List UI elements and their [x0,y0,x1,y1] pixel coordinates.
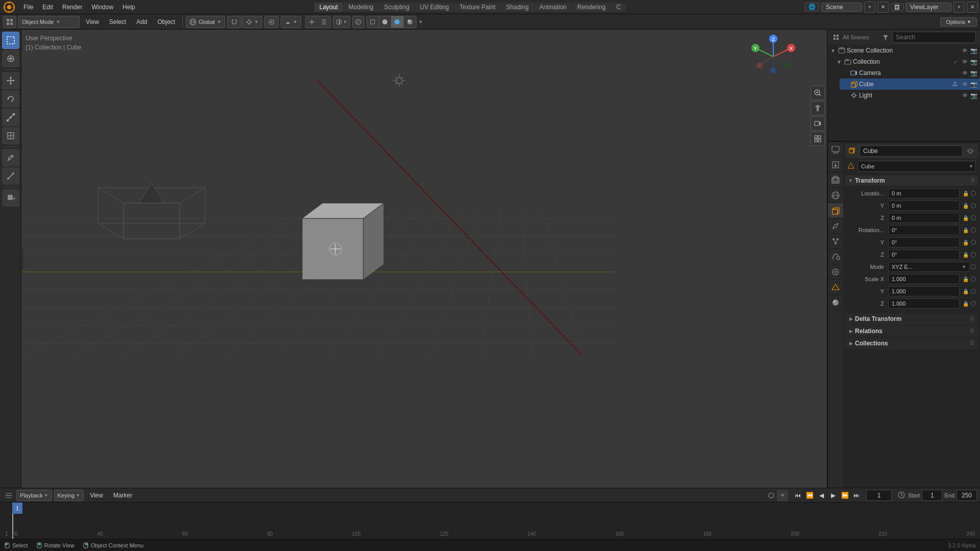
outliner-filter-btn[interactable] [881,33,890,42]
collection-eye[interactable]: 👁 [961,58,969,66]
xray-btn[interactable] [352,16,364,28]
rotation-y-value[interactable]: 0° [888,237,960,247]
menu-window[interactable]: Window [87,3,117,12]
prop-scene-btn[interactable] [828,188,843,203]
nav-gizmo[interactable]: Z X Y [750,34,796,80]
location-z-value[interactable]: 0 m [888,213,960,223]
mode-icon[interactable] [3,16,16,28]
scale-z-lock[interactable]: 🔒 [962,299,970,308]
tool-transform[interactable] [2,127,19,144]
shading-solid[interactable] [379,16,391,28]
zoom-in-btn[interactable] [811,86,825,100]
prop-constraints-btn[interactable] [828,264,843,280]
tab-uv-editing[interactable]: UV Editing [415,3,454,12]
toolbar-object[interactable]: Object [154,17,180,27]
timeline-playback-btn[interactable]: Playback ▼ [16,490,52,501]
proportional-type-btn[interactable]: ▼ [281,16,301,28]
rotation-x-value[interactable]: 0° [888,225,960,235]
prop-particles-btn[interactable] [828,234,843,249]
viewport-3d[interactable]: User Perspective (1) Collection | Cube Z… [21,30,827,488]
record-toggle[interactable]: ▼ [777,490,788,501]
rotation-y-dot[interactable] [971,240,976,245]
collections-section[interactable]: ▶ Collections ⠿ [845,338,978,349]
rotation-z-dot[interactable] [971,252,976,257]
view-all-btn[interactable] [811,132,825,146]
prop-material-btn[interactable] [828,295,843,310]
prop-modifier-btn[interactable] [828,218,843,234]
location-x-lock[interactable]: 🔒 [962,189,970,197]
timeline-ruler[interactable]: 1 1 20 40 60 80 100 120 140 160 180 200 … [0,503,980,539]
rotation-x-dot[interactable] [971,228,976,233]
shading-arrow[interactable]: ▼ [419,19,423,24]
tab-compositing[interactable]: C [611,3,626,12]
prop-data-dropdown[interactable]: Cube ▼ [857,161,976,172]
prop-output-btn[interactable] [828,157,843,172]
light-eye[interactable]: 👁 [961,91,969,99]
menu-file[interactable]: File [19,3,37,12]
toolbar-add[interactable]: Add [132,17,151,27]
snap-btn[interactable] [227,16,241,28]
location-y-value[interactable]: 0 m [888,201,960,211]
pan-btn[interactable] [811,101,825,115]
tool-add-cube[interactable] [2,189,19,207]
scene-collection-eye[interactable]: 👁 [961,46,969,55]
scale-x-value[interactable]: 1.000 [888,274,960,284]
scene-collection-render[interactable]: 📷 [970,46,978,55]
prop-physics-btn[interactable] [828,249,843,264]
collection-render[interactable]: 📷 [970,58,978,66]
prop-object-btn[interactable] [828,203,843,218]
end-frame-value[interactable]: 250 [957,490,977,501]
view-layer-remove-btn[interactable]: ✕ [967,2,978,13]
menu-help[interactable]: Help [118,3,139,12]
current-frame-input[interactable] [866,490,892,501]
outliner-item-scene-collection[interactable]: ▼ Scene Collection 👁 📷 [827,45,980,56]
collection-expand[interactable]: ▼ [836,58,843,65]
camera-view-btn[interactable] [811,116,825,131]
shading-render[interactable] [404,16,416,28]
transform-global-dropdown[interactable]: Global ▼ [186,16,225,28]
prop-render-btn[interactable] [828,142,843,157]
proportional-edit-btn[interactable] [264,16,279,28]
gizmo-btn-1[interactable] [306,16,318,28]
tool-select-box[interactable] [2,32,19,49]
rotation-y-lock[interactable]: 🔒 [962,238,970,246]
jump-start-btn[interactable]: ⏮ [792,490,803,501]
tab-rendering[interactable]: Rendering [572,3,610,12]
rotation-x-lock[interactable]: 🔒 [962,226,970,234]
scale-z-dot[interactable] [971,301,976,306]
scene-collection-expand[interactable]: ▼ [829,47,837,54]
rotation-z-value[interactable]: 0° [888,249,960,260]
mode-dot[interactable] [971,264,976,269]
outliner-item-camera[interactable]: ▶ Camera 👁 📷 [840,67,980,79]
viewport-left-handle[interactable] [21,248,24,269]
location-x-dot[interactable] [971,191,976,196]
shading-wire[interactable] [367,16,379,28]
play-back-btn[interactable]: ◀ [816,490,827,501]
toolbar-select[interactable]: Select [105,17,130,27]
tool-scale[interactable] [2,109,19,126]
location-z-lock[interactable]: 🔒 [962,214,970,222]
gizmo-btn-2[interactable] [318,16,330,28]
step-back-btn[interactable]: ⏪ [804,490,815,501]
camera-render[interactable]: 📷 [970,69,978,77]
record-btn[interactable] [767,491,776,500]
toolbar-view[interactable]: View [82,17,103,27]
rotation-z-lock[interactable]: 🔒 [962,251,970,259]
collection-check[interactable]: ✓ [951,58,960,66]
tool-rotate[interactable] [2,90,19,108]
overlay-btn[interactable]: ▼ [333,16,350,28]
tab-animation[interactable]: Animation [534,3,572,12]
outliner-search-input[interactable] [892,32,976,43]
menu-edit[interactable]: Edit [38,3,57,12]
prop-view-layer-btn[interactable] [828,172,843,188]
prop-object-name-input[interactable] [860,145,963,157]
prop-header-pin[interactable] [966,146,975,156]
tool-move[interactable] [2,72,19,89]
transform-section-header[interactable]: ▼ Transform ⠿ [845,176,978,186]
snap-type-btn[interactable]: ▼ [242,16,262,28]
tab-layout[interactable]: Layout [314,3,343,12]
object-mode-dropdown[interactable]: Object Mode ▼ [18,16,80,28]
scene-remove-btn[interactable]: ✕ [877,2,889,13]
tool-measure[interactable] [2,167,19,185]
cube-eye[interactable]: 👁 [961,80,969,88]
